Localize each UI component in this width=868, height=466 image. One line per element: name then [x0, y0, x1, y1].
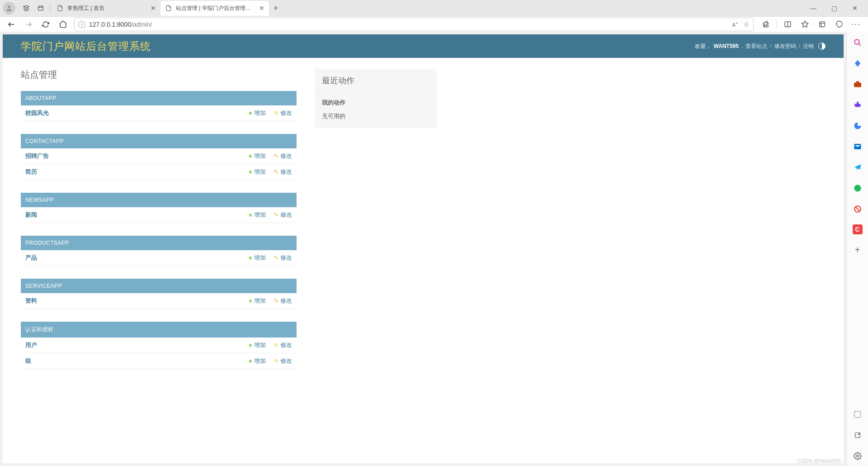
change-password-link[interactable]: 修改密码	[774, 43, 796, 50]
app-module: 认证和授权用户+增加✎修改组+增加✎修改	[21, 322, 297, 369]
model-link[interactable]: 产品	[25, 254, 249, 262]
address-bar[interactable]: i 127.0.0.1:8000/admin/ A» ☆	[74, 18, 754, 31]
minimize-button[interactable]: —	[803, 1, 824, 15]
svg-marker-7	[802, 21, 808, 27]
model-link[interactable]: 招聘广告	[25, 152, 249, 160]
app-caption[interactable]: ABOUTAPP	[21, 91, 297, 105]
svg-point-0	[8, 5, 10, 8]
add-link[interactable]: +增加	[249, 254, 266, 262]
close-icon[interactable]: ✕	[259, 5, 264, 12]
read-aloud-icon[interactable]: A»	[732, 21, 738, 28]
pencil-icon: ✎	[274, 153, 278, 159]
profile-icon[interactable]	[3, 2, 15, 14]
model-row: 简历+增加✎修改	[21, 164, 297, 180]
browser-tab-inactive[interactable]: 常熟理工 | 首页 ✕	[52, 1, 160, 16]
outlook-icon[interactable]	[852, 141, 863, 152]
username: WANT595	[714, 43, 739, 49]
recent-actions: 最近动作 我的动作 无可用的	[315, 69, 437, 382]
change-link[interactable]: ✎修改	[274, 211, 292, 219]
shopping-icon[interactable]	[852, 58, 863, 69]
theme-toggle-icon[interactable]	[818, 43, 826, 50]
site-title[interactable]: 学院门户网站后台管理系统	[21, 39, 151, 53]
favorite-icon[interactable]: ☆	[743, 20, 750, 29]
workspaces-icon[interactable]	[19, 1, 33, 15]
tab-bar: 常熟理工 | 首页 ✕ 站点管理 | 学院门户后台管理系统 ✕ + — ▢ ✕	[0, 0, 868, 16]
search-icon[interactable]	[852, 37, 863, 48]
add-link[interactable]: +增加	[249, 297, 266, 305]
browser-essentials-icon[interactable]	[831, 18, 847, 31]
url-text: 127.0.0.1:8000/admin/	[89, 21, 152, 28]
watermark: CSDN @Want595	[797, 458, 841, 464]
model-row: 校园风光+增加✎修改	[21, 105, 297, 121]
app-caption[interactable]: PRODUCTSAPP	[21, 236, 297, 250]
view-site-link[interactable]: 查看站点	[745, 43, 767, 50]
app-caption[interactable]: 认证和授权	[21, 322, 297, 338]
change-link[interactable]: ✎修改	[274, 109, 292, 117]
plus-icon: +	[249, 109, 252, 117]
model-link[interactable]: 校园风光	[25, 109, 249, 117]
add-link[interactable]: +增加	[249, 152, 266, 160]
tab-actions-icon[interactable]	[33, 1, 48, 15]
site-info-icon[interactable]: i	[78, 21, 85, 28]
nocookie-icon[interactable]	[852, 204, 863, 214]
extensions-icon[interactable]	[757, 18, 774, 31]
games-icon[interactable]	[852, 100, 863, 110]
back-button[interactable]	[4, 18, 19, 31]
change-link[interactable]: ✎修改	[274, 357, 292, 365]
forward-button[interactable]	[21, 18, 36, 31]
add-link[interactable]: +增加	[249, 109, 266, 117]
model-link[interactable]: 组	[25, 357, 249, 365]
close-window-button[interactable]: ✕	[844, 1, 865, 15]
separator	[776, 20, 777, 29]
svg-point-11	[854, 39, 859, 44]
change-link[interactable]: ✎修改	[274, 152, 292, 160]
add-app-icon[interactable]: +	[852, 244, 863, 255]
nav-bar: i 127.0.0.1:8000/admin/ A» ☆ ···	[0, 16, 868, 32]
model-link[interactable]: 简历	[25, 168, 249, 176]
menu-button[interactable]: ···	[848, 18, 864, 31]
favorites-icon[interactable]	[797, 18, 813, 31]
app-module: CONTACTAPP招聘广告+增加✎修改简历+增加✎修改	[21, 134, 297, 180]
page-icon	[165, 5, 172, 12]
share-icon[interactable]	[852, 430, 863, 441]
app-caption[interactable]: SERVICEAPP	[21, 279, 297, 293]
svg-rect-15	[854, 104, 861, 107]
change-link[interactable]: ✎修改	[274, 168, 292, 176]
telegram-icon[interactable]	[852, 162, 863, 173]
add-link[interactable]: +增加	[249, 211, 266, 219]
svg-point-16	[856, 102, 859, 104]
toolbar-right: ···	[757, 18, 864, 31]
tab-title: 站点管理 | 学院门户后台管理系统	[176, 5, 255, 12]
browser-tab-active[interactable]: 站点管理 | 学院门户后台管理系统 ✕	[160, 1, 269, 16]
maximize-button[interactable]: ▢	[824, 1, 844, 15]
change-link[interactable]: ✎修改	[274, 341, 292, 349]
model-link[interactable]: 资料	[25, 297, 249, 305]
home-button[interactable]	[55, 18, 71, 31]
add-link[interactable]: +增加	[249, 357, 266, 365]
app-caption[interactable]: NEWSAPP	[21, 193, 297, 207]
svg-line-23	[858, 433, 860, 435]
add-link[interactable]: +增加	[249, 341, 266, 349]
change-link[interactable]: ✎修改	[274, 254, 292, 262]
add-link[interactable]: +增加	[249, 168, 266, 176]
split-screen-icon[interactable]	[779, 18, 796, 31]
refresh-button[interactable]	[38, 18, 53, 31]
settings-icon[interactable]	[852, 451, 863, 461]
app-module: PRODUCTSAPP产品+增加✎修改	[21, 236, 297, 266]
plus-icon: +	[249, 357, 252, 365]
tools-icon[interactable]	[852, 79, 863, 90]
logout-link[interactable]: 注销	[803, 43, 814, 50]
new-tab-button[interactable]: +	[269, 1, 283, 15]
model-link[interactable]: 新闻	[25, 211, 249, 219]
plus-icon: +	[249, 168, 252, 176]
spotify-icon[interactable]	[852, 183, 863, 194]
screenshot-icon[interactable]	[852, 409, 863, 420]
app-c-icon[interactable]: C	[853, 224, 863, 234]
change-link[interactable]: ✎修改	[274, 297, 292, 305]
model-link[interactable]: 用户	[25, 341, 249, 349]
office-icon[interactable]	[852, 120, 863, 131]
collections-icon[interactable]	[814, 18, 830, 31]
app-caption[interactable]: CONTACTAPP	[21, 134, 297, 148]
pencil-icon: ✎	[274, 255, 278, 261]
close-icon[interactable]: ✕	[151, 5, 156, 12]
